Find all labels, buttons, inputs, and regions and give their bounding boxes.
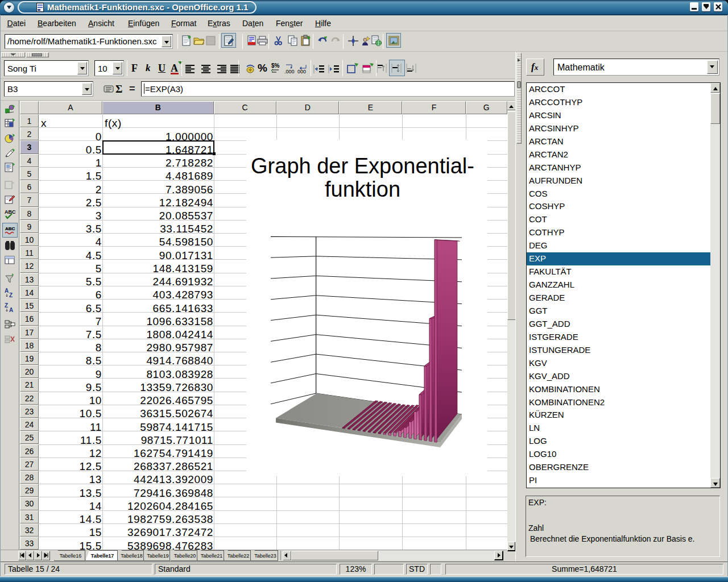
svg-text:.000: .000 bbox=[284, 69, 295, 74]
svg-text:$%: $% bbox=[271, 63, 280, 69]
svg-text:Z: Z bbox=[5, 302, 8, 309]
svg-text:ABC: ABC bbox=[5, 226, 15, 231]
svg-text:000: 000 bbox=[297, 69, 306, 74]
svg-text:ABC: ABC bbox=[5, 209, 16, 215]
svg-text:A: A bbox=[5, 288, 9, 294]
svg-text:A: A bbox=[9, 307, 13, 313]
svg-text:Z: Z bbox=[9, 292, 13, 298]
